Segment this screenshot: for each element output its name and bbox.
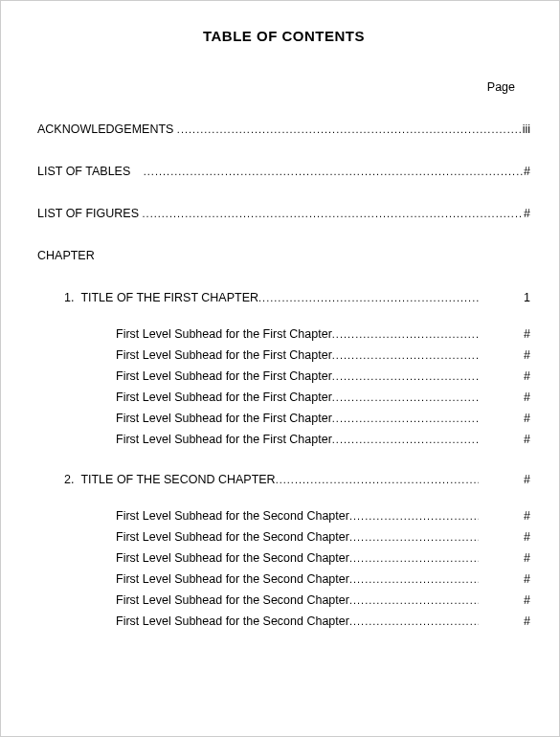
dot-leader [349, 615, 479, 627]
dot-leader [349, 552, 479, 564]
subhead-label: First Level Subhead for the First Chapte… [116, 412, 332, 425]
dot-leader [332, 434, 479, 445]
dot-leader [332, 328, 479, 340]
dot-leader [349, 531, 479, 543]
toc-page-number: iii [523, 123, 530, 136]
dot-leader [332, 391, 479, 403]
toc-entry-label: LIST OF FIGURES [37, 207, 143, 220]
subhead-label: First Level Subhead for the Second Chapt… [116, 593, 349, 607]
subhead-page-number: # [504, 412, 530, 425]
toc-entry-label: LIST OF TABLES [37, 165, 134, 178]
chapter-number: 1. [64, 291, 80, 304]
subhead-page-number: # [504, 348, 530, 362]
dot-leader [332, 413, 479, 424]
subhead-row: First Level Subhead for the Second Chapt… [116, 551, 530, 565]
page-column-header: Page [37, 80, 530, 94]
subhead-label: First Level Subhead for the First Chapte… [116, 391, 332, 404]
subhead-row: First Level Subhead for the First Chapte… [116, 369, 530, 383]
subhead-label: First Level Subhead for the Second Chapt… [116, 572, 349, 586]
subhead-block: First Level Subhead for the Second Chapt… [37, 509, 530, 628]
subhead-label: First Level Subhead for the Second Chapt… [116, 530, 349, 544]
subhead-block: First Level Subhead for the First Chapte… [37, 327, 530, 446]
toc-entry-label: ACKNOWLEDGEMENTS [37, 123, 177, 136]
page-title: TABLE OF CONTENTS [37, 28, 530, 44]
toc-page-number: # [524, 165, 530, 178]
chapter-page-number: 1 [504, 291, 530, 304]
dot-leader [349, 510, 479, 522]
subhead-row: First Level Subhead for the First Chapte… [116, 433, 530, 446]
subhead-row: First Level Subhead for the First Chapte… [116, 391, 530, 404]
front-matter-row: LIST OF TABLES # [37, 165, 530, 178]
chapter-row: 1. TITLE OF THE FIRST CHAPTER1 [37, 291, 530, 304]
subhead-page-number: # [504, 551, 530, 565]
front-matter-row: LIST OF FIGURES # [37, 207, 530, 220]
subhead-label: First Level Subhead for the Second Chapt… [116, 509, 349, 523]
dot-leader [177, 123, 523, 135]
dot-leader [143, 208, 525, 219]
front-matter-section: ACKNOWLEDGEMENTS iiiLIST OF TABLES #LIST… [37, 123, 530, 220]
dot-leader [258, 292, 479, 303]
subhead-row: First Level Subhead for the Second Chapt… [116, 614, 530, 628]
subhead-page-number: # [504, 509, 530, 523]
chapter-page-number: # [504, 473, 530, 486]
subhead-label: First Level Subhead for the First Chapte… [116, 369, 332, 383]
subhead-page-number: # [504, 572, 530, 586]
chapter-heading: CHAPTER [37, 249, 530, 262]
subhead-label: First Level Subhead for the Second Chapt… [116, 614, 349, 628]
chapters-section: 1. TITLE OF THE FIRST CHAPTER1First Leve… [37, 291, 530, 628]
front-matter-row: ACKNOWLEDGEMENTS iii [37, 123, 530, 136]
subhead-row: First Level Subhead for the Second Chapt… [116, 572, 530, 586]
chapter-number: 2. [64, 473, 80, 486]
chapter-title: TITLE OF THE SECOND CHAPTER [80, 473, 275, 486]
subhead-page-number: # [504, 327, 530, 341]
subhead-page-number: # [504, 391, 530, 404]
dot-leader [332, 349, 479, 361]
toc-page-number: # [524, 207, 530, 220]
chapter-row: 2. TITLE OF THE SECOND CHAPTER# [37, 473, 530, 486]
subhead-page-number: # [504, 433, 530, 446]
subhead-row: First Level Subhead for the First Chapte… [116, 348, 530, 362]
dot-leader [276, 474, 479, 485]
subhead-row: First Level Subhead for the Second Chapt… [116, 509, 530, 523]
subhead-label: First Level Subhead for the Second Chapt… [116, 551, 349, 565]
subhead-row: First Level Subhead for the Second Chapt… [116, 530, 530, 544]
subhead-page-number: # [504, 530, 530, 544]
subhead-page-number: # [504, 369, 530, 383]
chapter-title: TITLE OF THE FIRST CHAPTER [80, 291, 258, 304]
dot-leader [332, 370, 479, 382]
dot-leader [349, 573, 479, 585]
subhead-row: First Level Subhead for the First Chapte… [116, 327, 530, 341]
subhead-label: First Level Subhead for the First Chapte… [116, 433, 332, 446]
dot-leader [144, 166, 524, 177]
subhead-row: First Level Subhead for the First Chapte… [116, 412, 530, 425]
subhead-page-number: # [504, 614, 530, 628]
subhead-row: First Level Subhead for the Second Chapt… [116, 593, 530, 607]
subhead-page-number: # [504, 593, 530, 607]
subhead-label: First Level Subhead for the First Chapte… [116, 348, 332, 362]
dot-leader [349, 594, 479, 606]
subhead-label: First Level Subhead for the First Chapte… [116, 327, 332, 341]
